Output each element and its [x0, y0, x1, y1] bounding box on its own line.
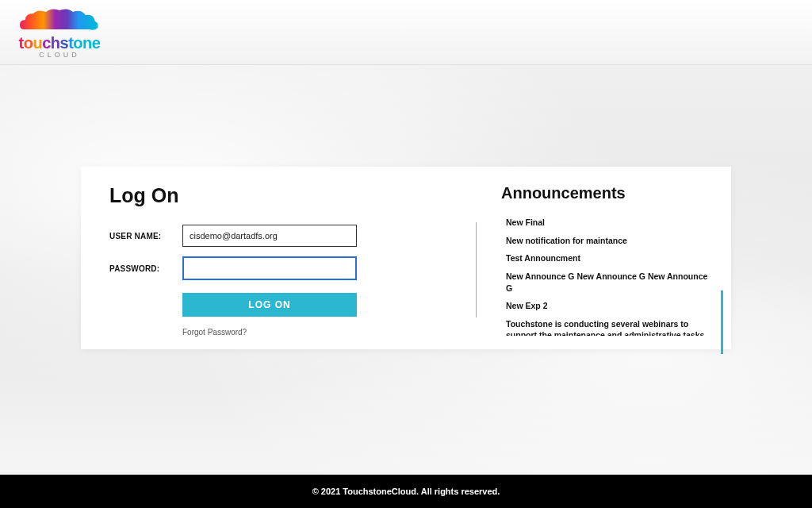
app-header: touchstone CLOUD	[0, 0, 812, 65]
login-card: Log On USER NAME: PASSWORD: LOG ON Forgo…	[81, 167, 731, 349]
announcement-description: Touchstone is conducting several webinar…	[506, 318, 709, 336]
login-panel: Log On USER NAME: PASSWORD: LOG ON Forgo…	[109, 184, 411, 332]
password-row: PASSWORD:	[109, 256, 411, 280]
footer-text: © 2021 TouchstoneCloud. All rights reser…	[312, 487, 500, 496]
brand-name: touchstone	[19, 34, 101, 52]
brand-logo: touchstone CLOUD	[16, 6, 103, 59]
username-row: USER NAME:	[109, 225, 411, 247]
main-content: Log On USER NAME: PASSWORD: LOG ON Forgo…	[0, 65, 812, 475]
announcement-item: New Final	[506, 217, 709, 229]
announcements-heading: Announcements	[501, 184, 709, 202]
announcement-item: Test Announcment	[506, 252, 709, 264]
brand-subtitle: CLOUD	[39, 51, 80, 59]
logon-button[interactable]: LOG ON	[182, 293, 357, 317]
announcements-panel: Announcements New Final New notification…	[411, 184, 709, 332]
forgot-password-link[interactable]: Forgot Password?	[182, 328, 247, 337]
announcement-item: New Announce G New Announce G New Announ…	[506, 271, 709, 294]
announcement-item: New notification for maintance	[506, 235, 709, 247]
scrollbar-thumb[interactable]	[721, 291, 723, 354]
announcements-list: New Final New notification for maintance…	[506, 217, 709, 336]
login-heading: Log On	[109, 184, 411, 207]
password-label: PASSWORD:	[109, 264, 182, 273]
announcements-scrollbar[interactable]	[721, 235, 723, 354]
announcement-item: New Exp 2	[506, 300, 709, 312]
cloud-icon	[16, 6, 103, 36]
username-label: USER NAME:	[109, 232, 182, 241]
username-input[interactable]	[182, 225, 357, 247]
page-footer: © 2021 TouchstoneCloud. All rights reser…	[0, 475, 812, 508]
password-input[interactable]	[182, 256, 357, 280]
